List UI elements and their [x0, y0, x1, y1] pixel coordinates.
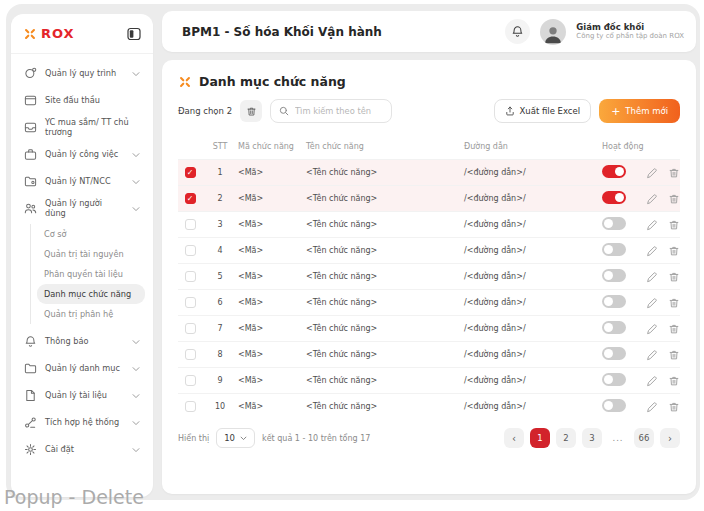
- sidebar-item-label: Quản lý tài liệu: [45, 391, 107, 400]
- integration-icon: [24, 416, 37, 429]
- briefcase-icon: [24, 148, 37, 161]
- delete-icon[interactable]: [668, 349, 680, 361]
- cell-name: <Tên chức năng>: [306, 220, 464, 229]
- cell-path: /<đường dẫn>/: [464, 402, 602, 411]
- row-checkbox[interactable]: [185, 219, 196, 230]
- edit-icon[interactable]: [646, 271, 658, 283]
- row-checkbox[interactable]: ✓: [185, 167, 196, 178]
- sidebar-item[interactable]: YC mua sắm/ TT chủ trương: [19, 114, 145, 141]
- search-box[interactable]: [270, 99, 392, 123]
- export-excel-button[interactable]: Xuất file Excel: [494, 99, 592, 123]
- sidebar-subitem[interactable]: Phân quyền tài liệu: [37, 264, 145, 284]
- sidebar-item[interactable]: Quản lý quy trình: [19, 60, 145, 87]
- search-input[interactable]: [295, 106, 383, 116]
- active-toggle[interactable]: [602, 243, 626, 256]
- page-size-select[interactable]: 10: [216, 428, 255, 448]
- row-checkbox[interactable]: [185, 245, 196, 256]
- edit-icon[interactable]: [646, 323, 658, 335]
- row-checkbox[interactable]: [185, 271, 196, 282]
- sidebar-subitem[interactable]: Quản trị tài nguyên: [37, 244, 145, 264]
- cell-stt: 2: [202, 194, 238, 203]
- cell-path: /<đường dẫn>/: [464, 168, 602, 177]
- row-checkbox[interactable]: ✓: [185, 193, 196, 204]
- edit-icon[interactable]: [646, 245, 658, 257]
- cell-stt: 10: [202, 402, 238, 411]
- avatar[interactable]: [540, 19, 566, 45]
- edit-icon[interactable]: [646, 219, 658, 231]
- pagination-page[interactable]: 3: [582, 428, 602, 448]
- table-row: 8<Mã><Tên chức năng>/<đường dẫn>/: [178, 341, 680, 367]
- delete-icon[interactable]: [668, 167, 680, 179]
- sidebar-item[interactable]: Quản lý danh mục: [19, 355, 145, 382]
- row-checkbox[interactable]: [185, 349, 196, 360]
- delete-icon[interactable]: [668, 193, 680, 205]
- cell-code: <Mã>: [238, 220, 306, 229]
- sidebar-menu: Quản lý quy trìnhSite đấu thầuYC mua sắm…: [11, 54, 153, 469]
- sidebar-item[interactable]: Quản lý người dùng: [19, 195, 145, 222]
- pagination-prev[interactable]: ‹: [504, 428, 524, 448]
- pagination-page[interactable]: 1: [530, 428, 550, 448]
- edit-icon[interactable]: [646, 401, 658, 413]
- cell-path: /<đường dẫn>/: [464, 350, 602, 359]
- row-checkbox[interactable]: [185, 375, 196, 386]
- sidebar-item[interactable]: Site đấu thầu: [19, 87, 145, 114]
- active-toggle[interactable]: [602, 269, 626, 282]
- section-title: Danh mục chức năng: [199, 74, 346, 89]
- sidebar-item-label: Tích hợp hệ thống: [45, 418, 119, 427]
- active-toggle[interactable]: [602, 217, 626, 230]
- active-toggle[interactable]: [602, 191, 626, 204]
- bulk-delete-button[interactable]: [240, 100, 262, 122]
- active-toggle[interactable]: [602, 295, 626, 308]
- folder-icon: [24, 362, 37, 375]
- row-checkbox[interactable]: [185, 401, 196, 412]
- sidebar-subitem[interactable]: Cơ sở: [37, 224, 145, 244]
- notification-bell-button[interactable]: [505, 19, 530, 44]
- edit-icon[interactable]: [646, 167, 658, 179]
- archive-box-icon: [24, 121, 37, 134]
- rox-logo: ROX: [23, 26, 75, 41]
- sidebar-item[interactable]: Quản lý NT/NCC: [19, 168, 145, 195]
- sidebar-item[interactable]: Thông báo: [19, 328, 145, 355]
- delete-icon[interactable]: [668, 271, 680, 283]
- edit-icon[interactable]: [646, 375, 658, 387]
- row-checkbox[interactable]: [185, 323, 196, 334]
- sidebar-item[interactable]: Cài đặt: [19, 436, 145, 463]
- cell-stt: 3: [202, 220, 238, 229]
- pagination: ‹123...66›: [504, 428, 680, 448]
- sidebar-subitem[interactable]: Quản trị phân hệ: [37, 304, 145, 324]
- edit-icon[interactable]: [646, 349, 658, 361]
- active-toggle[interactable]: [602, 165, 626, 178]
- pagination-page[interactable]: 66: [634, 428, 654, 448]
- cell-name: <Tên chức năng>: [306, 298, 464, 307]
- table-row: 9<Mã><Tên chức năng>/<đường dẫn>/: [178, 367, 680, 393]
- table-row: 5<Mã><Tên chức năng>/<đường dẫn>/: [178, 263, 680, 289]
- delete-icon[interactable]: [668, 245, 680, 257]
- show-label: Hiển thị: [178, 434, 209, 443]
- pagination-page[interactable]: 2: [556, 428, 576, 448]
- sidebar: ROX Quản lý quy trìnhSite đấu thầuYC mua…: [11, 14, 153, 497]
- sidebar-subitem[interactable]: Danh mục chức năng: [37, 284, 145, 304]
- cell-stt: 7: [202, 324, 238, 333]
- edit-icon[interactable]: [646, 193, 658, 205]
- user-name: Giám đốc khối: [576, 22, 684, 33]
- active-toggle[interactable]: [602, 321, 626, 334]
- folder-user-icon: [24, 175, 37, 188]
- sidebar-collapse-icon[interactable]: [127, 27, 141, 41]
- active-toggle[interactable]: [602, 347, 626, 360]
- active-toggle[interactable]: [602, 399, 626, 412]
- edit-icon[interactable]: [646, 297, 658, 309]
- search-icon: [279, 106, 289, 116]
- delete-icon[interactable]: [668, 219, 680, 231]
- active-toggle[interactable]: [602, 373, 626, 386]
- sidebar-item[interactable]: Quản lý công việc: [19, 141, 145, 168]
- sidebar-item-label: Quản lý quy trình: [45, 69, 116, 78]
- delete-icon[interactable]: [668, 401, 680, 413]
- delete-icon[interactable]: [668, 323, 680, 335]
- sidebar-item[interactable]: Tích hợp hệ thống: [19, 409, 145, 436]
- sidebar-item[interactable]: Quản lý tài liệu: [19, 382, 145, 409]
- add-new-button[interactable]: + Thêm mới: [599, 99, 680, 123]
- pagination-next[interactable]: ›: [660, 428, 680, 448]
- delete-icon[interactable]: [668, 375, 680, 387]
- row-checkbox[interactable]: [185, 297, 196, 308]
- delete-icon[interactable]: [668, 297, 680, 309]
